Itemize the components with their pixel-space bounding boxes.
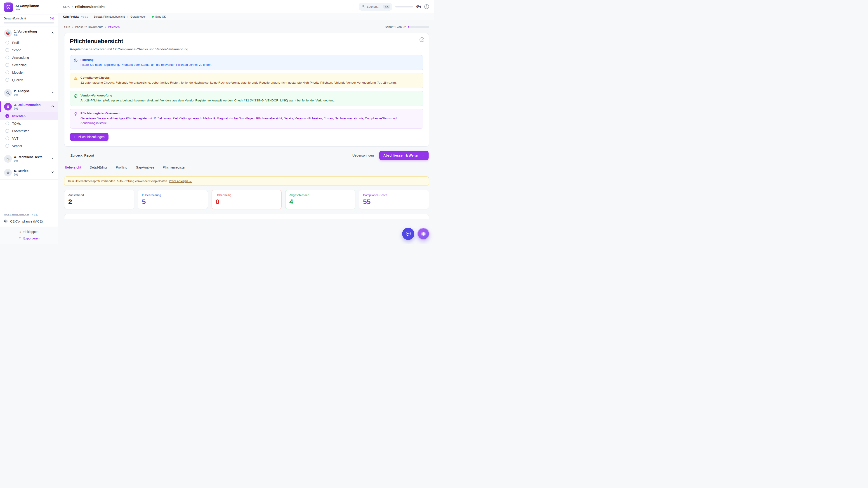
tab-gap-analyse[interactable]: Gap-Analyse bbox=[135, 163, 154, 172]
breadcrumb-separator: / bbox=[72, 25, 73, 29]
lightbulb-icon bbox=[74, 112, 78, 126]
page-title: Pflichtenuebersicht bbox=[70, 38, 423, 45]
sidebar-item-quellen[interactable]: Quellen bbox=[0, 76, 58, 84]
radio-unchecked-icon bbox=[5, 122, 9, 125]
sidebar-section-header-rechtliche-texte[interactable]: 4. Rechtliche Texte 0% bbox=[0, 154, 58, 164]
machine-law-group-label: MASCHINENRECHT / CE bbox=[0, 210, 58, 217]
note-title: Pflichtenregister-Dokument bbox=[81, 111, 420, 115]
clipboard-icon bbox=[4, 103, 12, 110]
finish-next-button[interactable]: Abschliessen & Weiter → bbox=[379, 151, 429, 160]
section-title: 1. Vorbereitung bbox=[14, 30, 49, 33]
back-button[interactable]: ← Zurueck: Report bbox=[65, 153, 94, 158]
section-percent: 0% bbox=[14, 107, 49, 110]
columns-icon[interactable] bbox=[417, 228, 430, 240]
collapse-sidebar-button[interactable]: « Einklappen bbox=[19, 230, 38, 234]
stat-card-abgeschlossen: Abgeschlossen 4 bbox=[285, 190, 355, 209]
stat-card-ueberfaellig: Ueberfaellig 0 bbox=[212, 190, 282, 209]
sidebar-item-profil[interactable]: Profil bbox=[0, 39, 58, 46]
radio-unchecked-icon bbox=[5, 63, 9, 67]
sidebar-nav: 1. Vorbereitung 0% Profil Scope Anwendun… bbox=[0, 26, 58, 210]
section-percent: 0% bbox=[14, 159, 49, 162]
sidebar-item-label: Profil bbox=[12, 41, 20, 44]
sidebar-item-anwendung[interactable]: Anwendung bbox=[0, 54, 58, 61]
add-pflicht-button[interactable]: + Pflicht hinzufuegen bbox=[70, 133, 108, 141]
sidebar-item-label: TOMs bbox=[12, 122, 21, 125]
stat-label: Ausstehend bbox=[68, 193, 130, 197]
radio-checked-icon bbox=[5, 114, 9, 118]
export-button[interactable]: Exportieren bbox=[18, 236, 39, 240]
sidebar-item-label: Module bbox=[12, 71, 23, 74]
stat-card-ausstehend: Ausstehend 2 bbox=[64, 190, 134, 209]
stat-card-in-bearbeitung: In Bearbeitung 5 bbox=[138, 190, 208, 209]
wizard-nav-row: ← Zurueck: Report Ueberspringen Abschlie… bbox=[65, 151, 429, 160]
search-placeholder: Suchen... bbox=[367, 5, 381, 8]
sidebar-section-rechtliche-texte: 4. Rechtliche Texte 0% bbox=[0, 152, 58, 166]
sidebar-item-vendor[interactable]: Vendor bbox=[0, 142, 58, 150]
sidebar-section-header-vorbereitung[interactable]: 1. Vorbereitung 0% bbox=[0, 28, 58, 38]
radio-unchecked-icon bbox=[5, 136, 9, 140]
stat-label: In Bearbeitung bbox=[142, 193, 204, 197]
sidebar-item-vvt[interactable]: VVT bbox=[0, 135, 58, 142]
note-pflichtenregister-dokument: Pflichtenregister-Dokument Generieren Si… bbox=[70, 109, 423, 129]
tab-uebersicht[interactable]: Uebersicht bbox=[65, 163, 81, 172]
sidebar-item-screening[interactable]: Screening bbox=[0, 61, 58, 69]
stat-cards-row: Ausstehend 2In Bearbeitung 5Ueberfaellig… bbox=[64, 190, 429, 209]
radio-unchecked-icon bbox=[5, 144, 9, 148]
breadcrumb-item-sdk[interactable]: SDK bbox=[64, 25, 70, 29]
sidebar-item-toms[interactable]: TOMs bbox=[0, 120, 58, 127]
header-actions: Suchen... ⌘K 0% ? bbox=[359, 3, 429, 11]
radio-unchecked-icon bbox=[5, 70, 9, 74]
header-progress-bar bbox=[395, 6, 413, 7]
chat-bubble-icon[interactable] bbox=[402, 228, 414, 240]
search-input[interactable]: Suchen... ⌘K bbox=[359, 3, 392, 11]
chevron-down-icon bbox=[51, 91, 55, 95]
sidebar-section-items: Profil Scope Anwendung Screening Module … bbox=[0, 38, 58, 84]
check-circle-icon bbox=[74, 94, 78, 103]
step-progress-bar bbox=[408, 26, 429, 28]
note-body: Generieren Sie ein auditfaehiges Pflicht… bbox=[81, 116, 420, 126]
header-breadcrumb: SDK › Pflichtenübersicht bbox=[63, 5, 104, 8]
section-percent: 0% bbox=[14, 173, 49, 176]
create-profile-link[interactable]: Profil anlegen → bbox=[168, 180, 192, 183]
app-title-block: AI Compliance SDK bbox=[16, 4, 39, 11]
sidebar-section-header-analyse[interactable]: 2. Analyse 0% bbox=[0, 88, 58, 98]
tab-pflichtenregister[interactable]: Pflichtenregister bbox=[162, 163, 186, 172]
breadcrumb-root[interactable]: SDK bbox=[63, 5, 70, 8]
sidebar-item-loeschfristen[interactable]: Löschfristen bbox=[0, 127, 58, 135]
gear-icon bbox=[4, 169, 12, 176]
info-circle-icon bbox=[74, 58, 78, 67]
sidebar-item-ce-compliance[interactable]: CE-Compliance (IACE) bbox=[0, 217, 58, 227]
sidebar-item-module[interactable]: Module bbox=[0, 69, 58, 76]
breadcrumb-item-phase-2-dokumente[interactable]: Phase 2: Dokumente bbox=[75, 25, 103, 29]
breadcrumb: SDK/Phase 2: Dokumente/Pflichten bbox=[64, 25, 120, 29]
sidebar-item-scope[interactable]: Scope bbox=[0, 46, 58, 54]
sidebar-item-label: Löschfristen bbox=[12, 129, 29, 133]
version-badge: V001 bbox=[81, 15, 88, 18]
sidebar-section-dokumentation: 3. Dokumentation 0% Pflichten TOMs Lösch… bbox=[0, 100, 58, 152]
card-help-icon[interactable]: ? bbox=[420, 37, 424, 42]
chevron-up-icon bbox=[51, 31, 55, 35]
last-saved-time: Gerade eben bbox=[130, 15, 146, 18]
chip-icon bbox=[4, 219, 8, 224]
sidebar-item-label: Scope bbox=[12, 48, 21, 52]
step-label: Schritt 1 von 22 bbox=[385, 25, 406, 29]
note-filterung: Filterung Filtern Sie nach Regulierung, … bbox=[70, 55, 423, 70]
sidebar-section-header-betrieb[interactable]: 5. Betrieb 0% bbox=[0, 167, 58, 178]
sidebar-section-header-dokumentation[interactable]: 3. Dokumentation 0% bbox=[0, 101, 58, 112]
header-progress-value: 0% bbox=[416, 5, 421, 8]
note-title: Filterung bbox=[81, 58, 212, 61]
upload-icon bbox=[18, 236, 22, 240]
radio-unchecked-icon bbox=[5, 48, 9, 52]
stat-card-compliance-score: Compliance-Score 55 bbox=[359, 190, 429, 209]
chevron-right-icon: › bbox=[72, 5, 73, 8]
sidebar-item-pflichten[interactable]: Pflichten bbox=[0, 112, 58, 120]
section-title: 4. Rechtliche Texte bbox=[14, 155, 49, 159]
sidebar: AI Compliance SDK Gesamtfortschritt 0% 1… bbox=[0, 0, 58, 244]
sync-status: Sync OK bbox=[152, 15, 166, 18]
skip-button[interactable]: Ueberspringen bbox=[352, 154, 374, 157]
radio-unchecked-icon bbox=[5, 78, 9, 82]
app-logo-row: AI Compliance SDK bbox=[0, 0, 58, 14]
help-icon[interactable]: ? bbox=[424, 4, 429, 9]
tab-detail-editor[interactable]: Detail-Editor bbox=[90, 163, 107, 172]
tab-profiling[interactable]: Profiling bbox=[116, 163, 127, 172]
